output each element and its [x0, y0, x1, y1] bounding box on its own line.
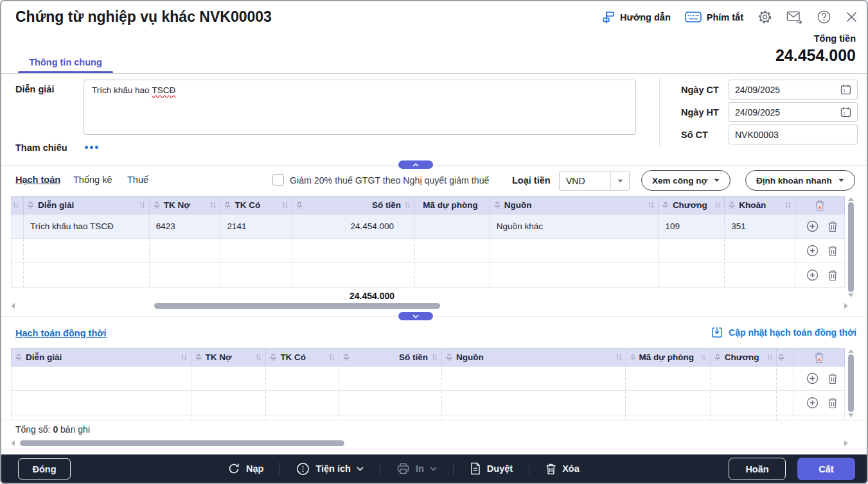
pin-icon[interactable]: [28, 202, 34, 209]
header-cell-nguon[interactable]: Nguồn: [442, 349, 626, 366]
pin-icon[interactable]: [15, 354, 22, 361]
pin-icon[interactable]: [494, 202, 500, 209]
scrollbar-thumb[interactable]: [20, 440, 344, 446]
scroll-down-icon[interactable]: [848, 413, 854, 417]
cell-tk-no[interactable]: [191, 367, 267, 390]
cell-khoan[interactable]: 351: [725, 214, 795, 238]
header-cell-tk-co[interactable]: TK Có: [220, 196, 292, 214]
quick-entry-button[interactable]: Định khoản nhanh: [745, 170, 855, 191]
cell-pin[interactable]: [777, 391, 793, 415]
header-cell-so-tien[interactable]: Số tiền: [339, 349, 442, 366]
cell-khoan[interactable]: [725, 239, 795, 263]
cell-ma-du-phong[interactable]: [415, 263, 490, 287]
header-cell-dien-giai[interactable]: Diễn giải: [12, 349, 191, 366]
tab-thong-tin-chung[interactable]: Thông tin chung: [18, 51, 113, 73]
sort-icon[interactable]: [432, 354, 438, 361]
cell-dien-giai[interactable]: [12, 367, 191, 390]
cell-so-tien[interactable]: [292, 239, 415, 263]
header-cell-delete-all[interactable]: [793, 349, 844, 366]
cell-tk-no[interactable]: [150, 239, 221, 263]
cell-dien-giai[interactable]: [24, 263, 150, 287]
header-cell-chuong[interactable]: Chương: [659, 196, 725, 214]
cell-tk-co[interactable]: [220, 239, 292, 263]
table2-vertical-scrollbar[interactable]: [847, 349, 855, 418]
cell-pin[interactable]: [777, 367, 793, 390]
add-row-icon[interactable]: [806, 397, 819, 409]
header-cell-delete-all[interactable]: [795, 196, 844, 214]
cell-ma-du-phong[interactable]: [415, 239, 490, 263]
pin-icon[interactable]: [446, 354, 452, 361]
cell-so-tien[interactable]: [339, 367, 442, 390]
trash-x-icon[interactable]: [815, 200, 825, 211]
cell-tk-no[interactable]: 6423: [150, 214, 221, 238]
cell-so-tien[interactable]: 24.454.000: [292, 214, 415, 238]
sort-icon[interactable]: [785, 202, 791, 209]
sort-icon[interactable]: [715, 202, 721, 209]
cell-tk-no[interactable]: [150, 263, 221, 287]
utilities-button[interactable]: Tiện ích: [296, 462, 364, 476]
update-simultaneous-button[interactable]: Cập nhật hạch toán đồng thời: [711, 326, 856, 339]
sort-icon[interactable]: [256, 354, 261, 361]
table2-horizontal-scrollbar[interactable]: [11, 440, 848, 447]
doc-no-input[interactable]: NVK00003: [729, 125, 858, 144]
header-cell-khoan[interactable]: Khoản: [725, 196, 795, 214]
scrollbar-thumb[interactable]: [848, 202, 854, 292]
cell-so-tien[interactable]: [339, 391, 442, 415]
gear-icon[interactable]: [757, 10, 772, 24]
pin-icon[interactable]: [154, 202, 160, 209]
sort-icon[interactable]: [767, 354, 773, 361]
simultaneous-accounting-link[interactable]: Hạch toán đồng thời: [15, 328, 107, 338]
cell-dien-giai[interactable]: [12, 391, 191, 415]
delete-row-icon[interactable]: [828, 373, 838, 385]
save-button[interactable]: Cất: [797, 458, 855, 480]
mail-forward-icon[interactable]: [786, 10, 802, 24]
pin-icon[interactable]: [630, 354, 635, 361]
pin-icon[interactable]: [343, 354, 350, 361]
calendar-icon[interactable]: [840, 84, 851, 95]
pin-icon[interactable]: [224, 202, 231, 209]
header-cell-ma-du-phong[interactable]: Mã dự phòng: [415, 196, 490, 214]
cell-dien-giai[interactable]: Trích khấu hao TSCĐ: [24, 214, 150, 238]
header-cell-ma-du-phong[interactable]: Mã dự phòng: [626, 349, 711, 366]
pin-icon[interactable]: [270, 354, 276, 361]
cell-select[interactable]: [12, 263, 24, 287]
cell-dien-giai[interactable]: [24, 239, 150, 263]
cell-chuong[interactable]: 109: [659, 214, 725, 238]
help-icon[interactable]: [817, 10, 831, 24]
pin-icon[interactable]: [714, 354, 720, 361]
scroll-down-icon[interactable]: [848, 293, 854, 297]
header-cell-dien-giai[interactable]: Diễn giải: [24, 196, 150, 214]
cell-chuong[interactable]: [711, 367, 777, 390]
cell-tk-co[interactable]: 2141: [220, 214, 292, 238]
sort-icon[interactable]: [648, 202, 654, 209]
cell-tk-co[interactable]: [266, 367, 339, 390]
pin-icon[interactable]: [195, 354, 202, 361]
description-textarea[interactable]: Trích khấu haoTSCĐ: [84, 80, 636, 135]
delete-row-icon[interactable]: [828, 397, 838, 409]
scroll-left-icon[interactable]: [11, 303, 15, 309]
delete-row-icon[interactable]: [828, 245, 838, 257]
shortcuts-button[interactable]: Phím tắt: [685, 12, 743, 22]
add-row-icon[interactable]: [806, 220, 819, 232]
pin-icon[interactable]: [729, 202, 735, 209]
cell-nguon[interactable]: [490, 239, 659, 263]
delete-row-icon[interactable]: [828, 270, 838, 281]
cell-nguon[interactable]: [442, 391, 626, 415]
cell-chuong[interactable]: [659, 239, 725, 263]
table1-horizontal-scrollbar[interactable]: [11, 302, 848, 309]
sort-icon[interactable]: [405, 202, 411, 209]
header-cell-select[interactable]: [12, 196, 24, 214]
trash-x-icon[interactable]: [814, 352, 824, 363]
post-date-input[interactable]: 24/09/2025: [729, 102, 858, 122]
scrollbar-thumb[interactable]: [848, 354, 854, 412]
close-window-button[interactable]: Đóng: [18, 458, 71, 480]
cell-ma-du-phong[interactable]: [415, 214, 490, 238]
close-icon[interactable]: [846, 11, 858, 23]
pin-icon[interactable]: [778, 354, 784, 361]
sort-icon[interactable]: [282, 202, 288, 209]
cell-chuong[interactable]: [659, 263, 725, 287]
cell-so-tien[interactable]: [292, 263, 415, 287]
header-cell-chuong[interactable]: Chương: [711, 349, 777, 366]
header-cell-so-tien[interactable]: Số tiền: [292, 196, 415, 214]
cell-nguon[interactable]: Nguồn khác: [490, 214, 659, 238]
